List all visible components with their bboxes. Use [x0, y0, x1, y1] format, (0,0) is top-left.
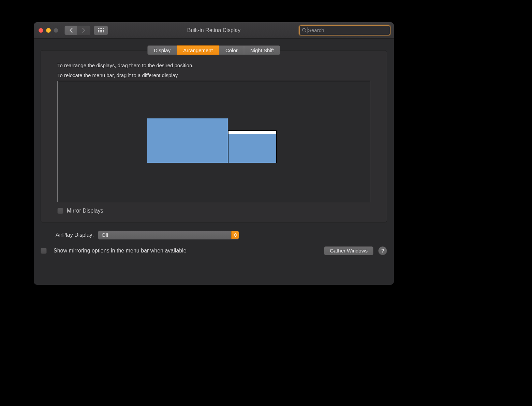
instruction-line-1: To rearrange the displays, drag them to … [57, 61, 370, 69]
airplay-select[interactable]: Off [98, 231, 239, 240]
arrangement-panel: To rearrange the displays, drag them to … [41, 50, 387, 222]
close-icon[interactable] [39, 28, 43, 33]
traffic-lights [39, 28, 58, 33]
chevron-right-icon [82, 28, 86, 33]
mirror-displays-label: Mirror Displays [67, 208, 103, 214]
tab-bar: Display Arrangement Color Night Shift [34, 45, 394, 55]
tab-color[interactable]: Color [219, 45, 244, 55]
display-arrangement-area[interactable] [57, 81, 370, 202]
content-area: Display Arrangement Color Night Shift To… [34, 39, 394, 285]
help-button[interactable]: ? [378, 246, 387, 255]
select-stepper[interactable] [231, 231, 239, 239]
instruction-line-2: To relocate the menu bar, drag it to a d… [57, 71, 370, 79]
search-icon [302, 28, 307, 33]
mirror-displays-row: Mirror Displays [57, 208, 370, 214]
search-field[interactable] [299, 25, 390, 35]
lower-controls: AirPlay Display: Off Show mirroring opti… [34, 222, 394, 261]
svg-line-1 [305, 31, 307, 32]
forward-button [77, 26, 90, 35]
maximize-icon [54, 28, 58, 33]
minimize-icon[interactable] [46, 28, 51, 33]
show-mirroring-checkbox[interactable] [41, 248, 47, 254]
back-button[interactable] [64, 26, 77, 35]
airplay-row: AirPlay Display: Off [41, 231, 387, 240]
nav-buttons [64, 26, 90, 35]
airplay-label: AirPlay Display: [41, 232, 95, 238]
bottom-row: Show mirroring options in the menu bar w… [41, 246, 387, 255]
search-input[interactable] [308, 27, 388, 33]
gather-windows-button[interactable]: Gather Windows [324, 246, 373, 255]
mirror-displays-checkbox[interactable] [57, 208, 63, 214]
chevron-left-icon [69, 28, 73, 33]
menu-bar-indicator[interactable] [228, 131, 276, 134]
chevron-down-icon [234, 235, 237, 237]
airplay-value: Off [102, 232, 108, 238]
show-all-button[interactable] [94, 26, 108, 35]
preferences-window: Built-in Retina Display Display Arrangem… [34, 22, 394, 285]
tab-night-shift[interactable]: Night Shift [244, 45, 280, 55]
tab-arrangement[interactable]: Arrangement [177, 45, 219, 55]
display-1[interactable] [147, 118, 228, 163]
show-mirroring-label: Show mirroring options in the menu bar w… [54, 248, 187, 254]
grid-icon [98, 28, 104, 32]
titlebar: Built-in Retina Display [34, 22, 394, 39]
display-2[interactable] [228, 130, 277, 163]
tab-display[interactable]: Display [147, 45, 177, 55]
